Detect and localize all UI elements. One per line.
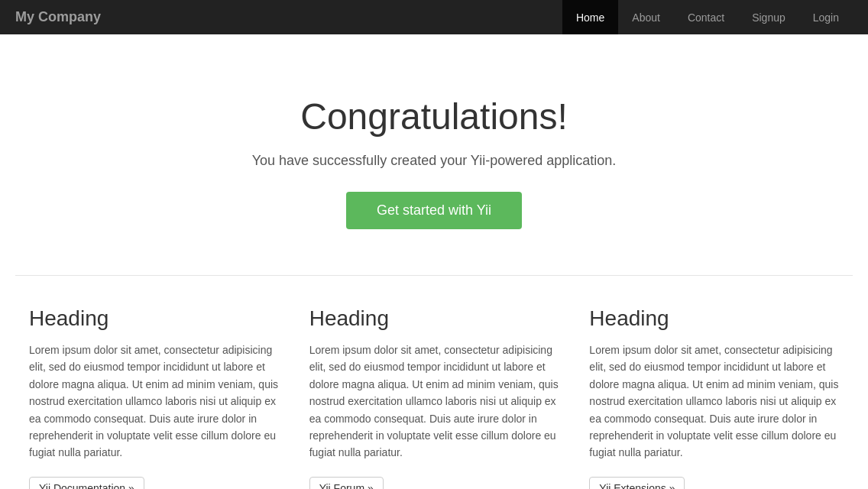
column-1-link[interactable]: Yii Documentation »	[29, 477, 144, 489]
get-started-button[interactable]: Get started with Yii	[346, 192, 522, 229]
nav-link-contact[interactable]: Contact	[674, 0, 738, 34]
column-2: Heading Lorem ipsum dolor sit amet, cons…	[309, 306, 559, 489]
hero-section: Congratulations! You have successfully c…	[0, 34, 868, 275]
nav-link-home[interactable]: Home	[562, 0, 618, 34]
column-1-heading: Heading	[29, 306, 279, 331]
column-2-body: Lorem ipsum dolor sit amet, consectetur …	[309, 342, 559, 461]
column-3: Heading Lorem ipsum dolor sit amet, cons…	[589, 306, 839, 489]
nav-link-signup[interactable]: Signup	[738, 0, 799, 34]
columns-container: Heading Lorem ipsum dolor sit amet, cons…	[29, 306, 839, 489]
column-1: Heading Lorem ipsum dolor sit amet, cons…	[29, 306, 279, 489]
navbar: My Company Home About Contact Signup Log…	[0, 0, 868, 34]
nav-link-login[interactable]: Login	[799, 0, 853, 34]
nav-link-about[interactable]: About	[618, 0, 674, 34]
column-2-link[interactable]: Yii Forum »	[309, 477, 384, 489]
nav-item-login: Login	[799, 0, 853, 34]
column-3-heading: Heading	[589, 306, 839, 331]
nav-item-contact: Contact	[674, 0, 738, 34]
hero-heading: Congratulations!	[15, 96, 853, 138]
navbar-brand[interactable]: My Company	[15, 9, 101, 25]
nav-links: Home About Contact Signup Login	[562, 0, 853, 34]
nav-item-signup: Signup	[738, 0, 799, 34]
hero-subheading: You have successfully created your Yii-p…	[15, 153, 853, 169]
column-3-body: Lorem ipsum dolor sit amet, consectetur …	[589, 342, 839, 461]
column-1-body: Lorem ipsum dolor sit amet, consectetur …	[29, 342, 279, 461]
content-section: Heading Lorem ipsum dolor sit amet, cons…	[14, 276, 854, 489]
nav-item-about: About	[618, 0, 674, 34]
nav-item-home: Home	[562, 0, 618, 34]
column-3-link[interactable]: Yii Extensions »	[589, 477, 685, 489]
column-2-heading: Heading	[309, 306, 559, 331]
